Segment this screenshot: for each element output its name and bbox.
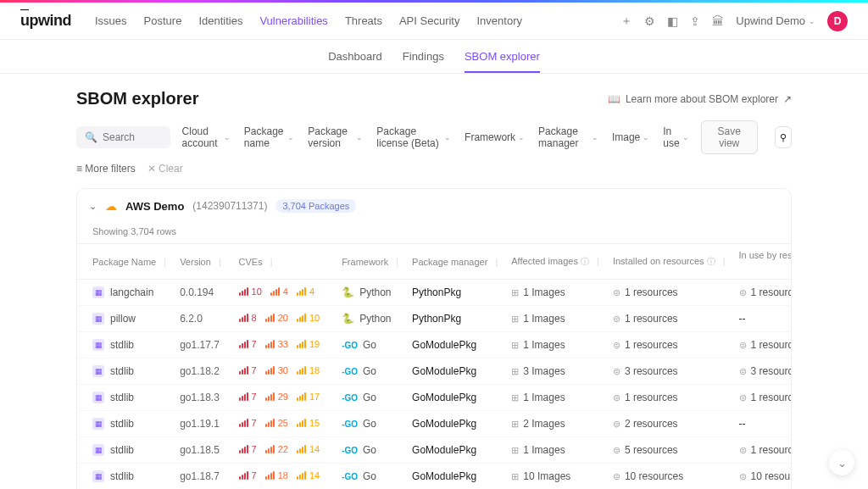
in-use: 10 resources [751,470,792,482]
filter-bar: 🔍 Cloud account ⌄Package name ⌄Package v… [76,120,792,154]
gear-icon[interactable]: ⚙ [644,14,655,28]
table-row[interactable]: ▦stdlibgo1.18.771814-GO GoGoModulePkg⊞10… [77,464,792,490]
resource-icon: ⊜ [739,471,747,482]
col-installed-on-resources[interactable]: Installed on resources ⓘ | [606,244,732,280]
resource-icon: ⊜ [613,366,620,377]
version-cell: go1.18.5 [173,437,231,464]
table-row[interactable]: ▦pillow6.2.082010🐍 PythonPythonPkg⊞1 Ima… [77,306,792,332]
in-use: 1 resources [751,339,792,351]
filter-selectors: Cloud account ⌄Package name ⌄Package ver… [182,125,689,149]
filter-package-name[interactable]: Package name ⌄ [244,125,294,149]
nav-item-vulnerabilities[interactable]: Vulnerabilities [259,4,327,37]
filter-in-use[interactable]: In use ⌄ [663,125,688,149]
pkg-manager-cell: GoModulePkg [405,437,504,464]
cves-cell: 73319 [232,332,336,358]
framework-cell: -GO Go [335,437,405,464]
col-in-use-by-resources[interactable]: In use by resources ⓘ ⚙ [732,244,792,280]
col-affected-images[interactable]: Affected images ⓘ | [504,244,606,280]
in-use: 1 resources [751,392,792,403]
version-cell: 0.0.194 [173,280,231,306]
filter-image[interactable]: Image ⌄ [612,125,649,149]
org-selector[interactable]: Upwind Demo ⌄ [736,14,815,27]
affected-images: 1 Images [523,339,565,351]
in-use: 1 resources [751,286,792,298]
go-icon: -GO [342,446,358,455]
avatar[interactable]: D [827,11,848,31]
help-bubble[interactable]: ⌄ [829,450,854,475]
nav-item-threats[interactable]: Threats [345,4,382,37]
brand-logo[interactable]: upwind [20,12,71,30]
tab-dashboard[interactable]: Dashboard [328,50,382,73]
table-row[interactable]: ▦stdlibgo1.18.273018-GO GoGoModulePkg⊞3 … [77,358,792,385]
book-icon: 📖 [608,93,620,105]
package-icon: ▦ [92,418,104,430]
package-count-badge: 3,704 Packages [275,199,356,213]
search-box[interactable]: 🔍 [76,126,170,148]
framework-cell: -GO Go [335,332,405,358]
filter-package-manager[interactable]: Package manager ⌄ [538,125,598,149]
info-icon[interactable]: ⓘ [581,257,589,266]
filter-package-version[interactable]: Package version ⌄ [308,125,363,149]
group-header-aws[interactable]: ⌄☁AWS Demo (142390711371)3,704 Packages [77,189,791,223]
col-cves[interactable]: CVEs | [232,244,336,280]
running-icon[interactable]: ⇪ [690,14,700,28]
resource-icon: ⊜ [739,340,747,351]
installed-on: 3 resources [625,365,678,377]
group-id: (142390711371) [192,200,267,212]
installed-on: 10 resources [625,470,683,482]
learn-more-link[interactable]: 📖 Learn more about SBOM explorer ↗ [608,93,792,105]
clear-filters[interactable]: ✕ Clear [147,163,183,175]
nav-item-identities[interactable]: Identities [198,4,242,37]
nav-item-inventory[interactable]: Inventory [476,4,521,37]
installed-on: 1 resources [625,313,678,325]
package-name: stdlib [110,444,134,456]
more-filters-toggle[interactable]: ≡ More filters [76,163,136,175]
framework-cell: -GO Go [335,385,405,411]
nav-item-api-security[interactable]: API Security [399,4,460,37]
filter-cloud-account[interactable]: Cloud account ⌄ [182,125,231,149]
plus-icon[interactable]: ＋ [620,14,632,29]
sub-nav: DashboardFindingsSBOM explorer [0,40,868,74]
col-version[interactable]: Version | [173,244,231,280]
col-package-manager[interactable]: Package manager | [405,244,504,280]
tab-findings[interactable]: Findings [403,50,444,73]
pkg-manager-cell: GoModulePkg [405,332,504,358]
filter-framework[interactable]: Framework ⌄ [465,125,525,149]
affected-images: 10 Images [523,470,570,482]
version-cell: go1.18.2 [173,358,231,385]
affected-images: 1 Images [523,444,565,456]
info-icon[interactable]: ⓘ [707,257,715,266]
python-icon: 🐍 [342,313,354,325]
save-view-button[interactable]: Save view [701,120,758,154]
external-link-icon: ↗ [783,93,792,105]
nav-item-posture[interactable]: Posture [144,4,182,37]
tab-sbom-explorer[interactable]: SBOM explorer [465,50,540,73]
col-framework[interactable]: Framework | [335,244,405,280]
package-name: stdlib [110,339,134,351]
package-name: stdlib [110,418,134,430]
chevron-down-icon: ⌄ [682,133,689,142]
filter-package-license-beta-[interactable]: Package license (Beta) ⌄ [376,125,451,149]
table-row[interactable]: ▦stdlibgo1.18.572214-GO GoGoModulePkg⊞1 … [77,437,792,464]
org-label: Upwind Demo [736,14,805,27]
affected-images: 1 Images [523,286,565,298]
resource-icon: ⊜ [739,445,747,456]
panel-icon[interactable]: ◧ [667,14,678,28]
table-row[interactable]: ▦stdlibgo1.19.172515-GO GoGoModulePkg⊞2 … [77,411,792,437]
nav-item-issues[interactable]: Issues [95,4,127,37]
resource-icon: ⊜ [613,419,620,430]
package-icon: ▦ [92,286,104,298]
framework-cell: -GO Go [335,411,405,437]
sort-button[interactable]: ⚲ [775,126,792,148]
chevron-down-icon: ⌄ [518,133,525,142]
table-row[interactable]: ▦langchain0.0.1941044🐍 PythonPythonPkg⊞1… [77,280,792,306]
chevron-down-icon: ⌄ [224,133,231,142]
resource-icon: ⊜ [613,392,620,403]
affected-images: 1 Images [523,313,565,325]
table-row[interactable]: ▦stdlibgo1.18.372917-GO GoGoModulePkg⊞1 … [77,385,792,411]
table-row[interactable]: ▦stdlibgo1.17.773319-GO GoGoModulePkg⊞1 … [77,332,792,358]
image-icon: ⊞ [511,471,519,482]
col-package-name[interactable]: Package Name | [77,244,173,280]
affected-images: 1 Images [523,392,565,403]
search-input[interactable] [103,131,162,143]
